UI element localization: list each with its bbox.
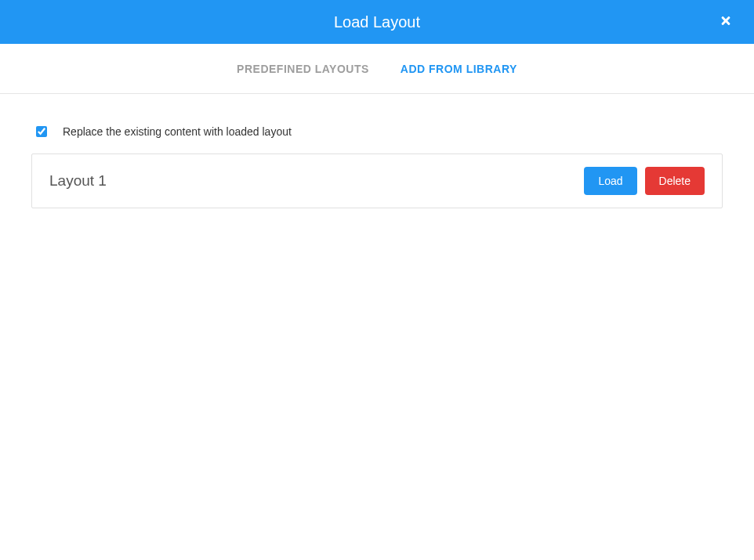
layout-name: Layout 1: [49, 172, 107, 190]
delete-button[interactable]: Delete: [645, 167, 705, 195]
content-area: Replace the existing content with loaded…: [0, 94, 754, 560]
replace-checkbox[interactable]: [36, 126, 47, 137]
load-layout-modal: Load Layout Predefined Layouts Add From …: [0, 0, 754, 560]
modal-header: Load Layout: [0, 0, 754, 44]
replace-checkbox-row: Replace the existing content with loaded…: [31, 125, 723, 138]
tab-bar: Predefined Layouts Add From Library: [0, 44, 754, 94]
modal-title: Load Layout: [334, 13, 420, 31]
close-button[interactable]: [716, 12, 735, 33]
load-button[interactable]: Load: [584, 167, 636, 195]
close-icon: [720, 15, 732, 30]
layout-actions: Load Delete: [584, 167, 705, 195]
tab-predefined-layouts[interactable]: Predefined Layouts: [237, 63, 369, 75]
replace-checkbox-label: Replace the existing content with loaded…: [63, 125, 292, 138]
tab-add-from-library[interactable]: Add From Library: [401, 63, 517, 75]
layout-card: Layout 1 Load Delete: [31, 154, 723, 208]
